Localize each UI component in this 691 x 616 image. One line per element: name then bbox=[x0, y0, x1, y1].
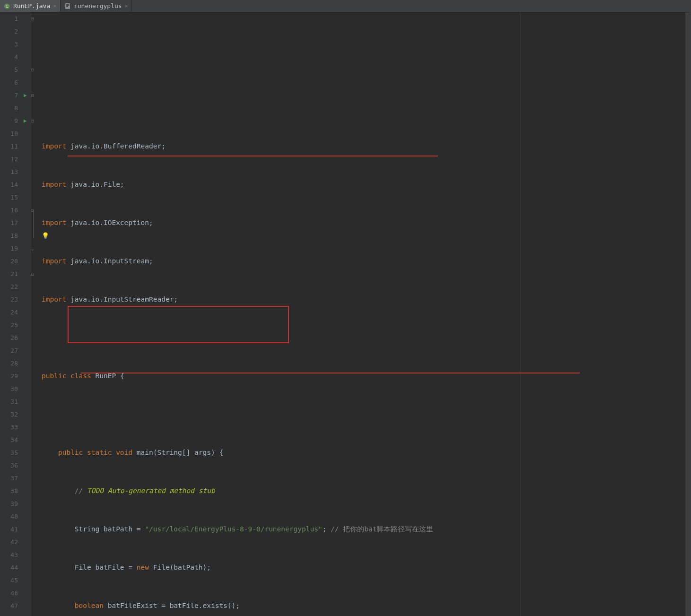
svg-rect-5 bbox=[66, 6, 68, 7]
line-number: 25 bbox=[0, 319, 18, 331]
line-number: 16 bbox=[0, 204, 18, 217]
code-line: import java.io.IOException; bbox=[42, 217, 691, 229]
code-line: import java.io.InputStreamReader; bbox=[42, 293, 691, 306]
line-number: 26 bbox=[0, 331, 18, 344]
scrollbar[interactable] bbox=[685, 12, 691, 616]
code-line: import java.io.BufferedReader; bbox=[42, 140, 691, 153]
fold-icon[interactable]: ⊟ bbox=[31, 89, 37, 102]
gutter-markers: ▶ ▶ 💡 bbox=[23, 12, 31, 616]
code-line: public class RunEP { bbox=[42, 370, 691, 382]
line-number: 21 bbox=[0, 268, 18, 280]
svg-text:C: C bbox=[6, 4, 9, 9]
line-number: 11 bbox=[0, 140, 18, 153]
fold-icon[interactable]: ⊟ bbox=[31, 63, 37, 76]
code-line: public static void main(String[] args) { bbox=[42, 446, 691, 459]
line-number: 20 bbox=[0, 255, 18, 268]
line-number: 47 bbox=[0, 599, 18, 612]
line-number: 14 bbox=[0, 178, 18, 191]
code-line bbox=[42, 408, 691, 421]
line-number: 23 bbox=[0, 293, 18, 306]
line-number: 7 bbox=[0, 89, 18, 102]
line-number: 42 bbox=[0, 536, 18, 548]
code-line: // TODO Auto-generated method stub bbox=[42, 485, 691, 497]
run-gutter-icon[interactable]: ▶ bbox=[24, 89, 27, 102]
fold-icon[interactable]: ⊟ bbox=[31, 268, 37, 280]
line-number: 46 bbox=[0, 587, 18, 599]
line-number: 13 bbox=[0, 165, 18, 178]
fold-icon[interactable]: ⊟ bbox=[31, 12, 37, 25]
line-number: 10 bbox=[0, 127, 18, 140]
line-number: 40 bbox=[0, 510, 18, 523]
line-number: 44 bbox=[0, 561, 18, 574]
line-number: 32 bbox=[0, 408, 18, 421]
fold-icon[interactable]: ⊟ bbox=[31, 204, 37, 217]
line-number: 1 bbox=[0, 12, 18, 25]
code-line: boolean batFileExist = batFile.exists(); bbox=[42, 599, 691, 612]
java-class-icon: C bbox=[4, 3, 10, 9]
code-line: import java.io.File; bbox=[42, 178, 691, 191]
line-number: 28 bbox=[0, 357, 18, 370]
code-line: String batPath = "/usr/local/EnergyPlus-… bbox=[42, 523, 691, 536]
tab-label: RunEP.java bbox=[13, 2, 50, 9]
line-number: 34 bbox=[0, 434, 18, 446]
code-line: import java.io.InputStream; bbox=[42, 255, 691, 268]
line-number: 22 bbox=[0, 280, 18, 293]
svg-rect-4 bbox=[66, 5, 69, 6]
line-number: 2 bbox=[0, 25, 18, 38]
code-line: File batFile = new File(batPath); bbox=[42, 561, 691, 574]
line-number: 43 bbox=[0, 548, 18, 561]
code-area[interactable]: import java.io.BufferedReader; import ja… bbox=[38, 12, 691, 616]
fold-column: ⊟ ⊟ ⊟ ⊟ ⊟ ⌄ ⊟ bbox=[31, 12, 38, 616]
annotation-red-underline bbox=[68, 156, 438, 156]
run-gutter-icon[interactable]: ▶ bbox=[24, 114, 27, 127]
code-line bbox=[42, 331, 691, 344]
line-number: 15 bbox=[0, 191, 18, 204]
line-number: 45 bbox=[0, 574, 18, 587]
fold-end-icon[interactable]: ⌄ bbox=[31, 242, 37, 255]
close-icon[interactable]: ✕ bbox=[125, 3, 128, 9]
line-number: 18 bbox=[0, 229, 18, 242]
line-number: 31 bbox=[0, 395, 18, 408]
line-number: 35 bbox=[0, 446, 18, 459]
line-number: 4 bbox=[0, 51, 18, 63]
line-number: 3 bbox=[0, 38, 18, 51]
line-number: 12 bbox=[0, 153, 18, 165]
line-number: 19 bbox=[0, 242, 18, 255]
line-number: 38 bbox=[0, 485, 18, 497]
line-number: 5 bbox=[0, 63, 18, 76]
line-number: 27 bbox=[0, 344, 18, 357]
line-number: 9 bbox=[0, 114, 18, 127]
line-number: 6 bbox=[0, 76, 18, 89]
tab-runep-java[interactable]: C RunEP.java ✕ bbox=[0, 0, 61, 12]
line-number-gutter: 1234567891011121314151617181920212223242… bbox=[0, 12, 23, 616]
line-number: 37 bbox=[0, 472, 18, 485]
line-number: 24 bbox=[0, 306, 18, 319]
text-file-icon bbox=[64, 3, 71, 9]
line-number: 17 bbox=[0, 217, 18, 229]
line-number: 29 bbox=[0, 370, 18, 382]
line-number: 41 bbox=[0, 523, 18, 536]
editor-tabs: C RunEP.java ✕ runenergyplus ✕ bbox=[0, 0, 691, 12]
line-number: 39 bbox=[0, 497, 18, 510]
fold-icon[interactable]: ⊟ bbox=[31, 114, 37, 127]
svg-rect-3 bbox=[66, 4, 69, 5]
line-number: 36 bbox=[0, 459, 18, 472]
close-icon[interactable]: ✕ bbox=[53, 3, 56, 9]
tab-runenergyplus[interactable]: runenergyplus ✕ bbox=[61, 0, 132, 12]
code-editor[interactable]: 1234567891011121314151617181920212223242… bbox=[0, 12, 691, 616]
line-number: 8 bbox=[0, 102, 18, 114]
line-number: 33 bbox=[0, 421, 18, 434]
line-number: 30 bbox=[0, 382, 18, 395]
tab-label: runenergyplus bbox=[74, 2, 122, 9]
